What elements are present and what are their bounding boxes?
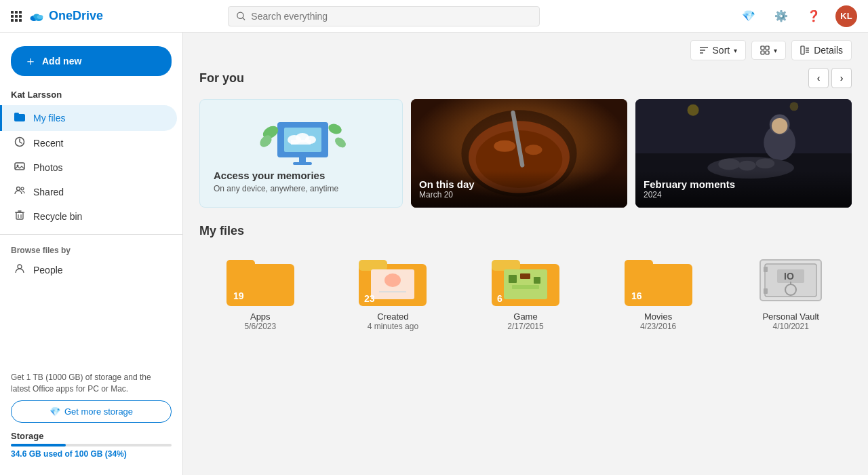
svg-rect-22 — [761, 46, 764, 50]
svg-point-59 — [772, 118, 787, 134]
for-you-card-0[interactable]: Access your memories On any device, anyw… — [199, 99, 403, 208]
topbar-actions: 💎 ⚙️ ❓ KL — [738, 5, 857, 27]
for-you-card-overlay-sub: March 20 — [419, 190, 619, 200]
memories-illustration — [240, 109, 362, 170]
avatar-initials: KL — [840, 11, 852, 21]
sidebar-item-photos[interactable]: Photos — [0, 155, 177, 180]
file-card-apps[interactable]: 19 Apps 5/6/2023 — [199, 249, 321, 337]
sidebar-item-my-files[interactable]: My files — [0, 105, 177, 131]
get-more-storage-button[interactable]: 💎 Get more storage — [11, 400, 172, 423]
file-card-game[interactable]: 6 Game 2/17/2015 — [465, 249, 587, 337]
storage-bar-background — [11, 444, 172, 446]
sidebar-item-recycle-bin[interactable]: Recycle bin — [0, 204, 177, 229]
file-card-vault[interactable]: IO Personal Vault 4/10/2021 — [730, 249, 852, 337]
search-icon — [237, 12, 245, 21]
svg-rect-75 — [512, 285, 539, 289]
details-button[interactable]: Details — [791, 40, 852, 60]
photos-icon — [13, 161, 26, 174]
files-grid: 19 Apps 5/6/2023 — [199, 249, 852, 337]
main-layout: ＋ Add new Kat Larsson My files Recent Ph… — [0, 33, 868, 475]
waffle-menu-icon[interactable] — [11, 11, 22, 22]
people-icon — [13, 263, 26, 277]
svg-point-56 — [756, 158, 775, 168]
svg-rect-87 — [764, 288, 768, 294]
sidebar-item-label: Photos — [33, 162, 63, 173]
sidebar-item-shared[interactable]: Shared — [0, 180, 177, 204]
sort-button[interactable]: Sort ▾ — [690, 40, 747, 60]
svg-rect-25 — [766, 51, 769, 54]
sidebar-item-label: Shared — [33, 187, 64, 197]
folder-svg-movies: 16 — [625, 254, 692, 306]
file-name-game: Game — [513, 311, 537, 322]
next-arrow[interactable]: › — [831, 68, 852, 88]
details-label: Details — [814, 45, 843, 56]
my-files-title: My files — [199, 224, 244, 238]
storage-promo-text: Get 1 TB (1000 GB) of storage and the la… — [11, 372, 172, 395]
svg-rect-23 — [766, 46, 769, 50]
get-more-label: Get more storage — [64, 406, 133, 417]
svg-point-54 — [718, 158, 740, 170]
add-new-button[interactable]: ＋ Add new — [11, 46, 172, 76]
file-name-apps: Apps — [250, 311, 271, 322]
for-you-card-1[interactable]: On this day March 20 — [411, 99, 627, 208]
file-name-vault: Personal Vault — [762, 311, 819, 322]
svg-text:23: 23 — [364, 293, 375, 304]
folder-icon-movies: 16 — [625, 254, 692, 306]
svg-rect-37 — [293, 162, 312, 165]
for-you-nav-arrows: ‹ › — [808, 68, 852, 88]
sidebar-item-label: People — [33, 265, 63, 276]
for-you-card-overlay-title-2: February moments — [644, 178, 844, 190]
folder-icon-apps: 19 — [226, 254, 294, 306]
svg-point-3 — [37, 15, 43, 19]
svg-point-46 — [494, 140, 515, 152]
svg-point-55 — [738, 161, 756, 171]
search-bar[interactable] — [228, 6, 540, 26]
help-icon[interactable]: ❓ — [803, 5, 825, 27]
svg-text:16: 16 — [631, 290, 642, 301]
content-toolbar: Sort ▾ ▾ Details — [183, 33, 868, 68]
sidebar-item-people[interactable]: People — [0, 258, 177, 282]
for-you-card-overlay-1: On this day March 20 — [411, 170, 627, 208]
diamond-icon: 💎 — [50, 406, 60, 417]
file-card-created[interactable]: 23 Created 4 minutes ago — [332, 249, 454, 337]
avatar[interactable]: KL — [835, 5, 857, 27]
for-you-card-title: Access your memories — [214, 170, 389, 181]
sidebar-divider — [0, 234, 182, 235]
for-you-header: For you ‹ › — [199, 68, 852, 88]
file-card-movies[interactable]: 16 Movies 4/23/2016 — [597, 249, 719, 337]
view-button[interactable]: ▾ — [751, 41, 786, 60]
for-you-card-2[interactable]: February moments 2024 — [635, 99, 852, 208]
sidebar-item-label: My files — [33, 113, 65, 124]
shared-icon — [13, 185, 26, 199]
for-you-card-overlay-title: On this day — [419, 178, 619, 190]
svg-rect-86 — [764, 267, 768, 272]
premium-icon[interactable]: 💎 — [738, 5, 760, 27]
file-date-game: 2/17/2015 — [507, 322, 543, 331]
svg-rect-35 — [291, 140, 311, 145]
svg-rect-36 — [299, 157, 306, 163]
search-input[interactable] — [251, 11, 531, 22]
sidebar-item-recent[interactable]: Recent — [0, 131, 177, 155]
svg-point-47 — [525, 145, 542, 155]
storage-section: Get 1 TB (1000 GB) of storage and the la… — [0, 364, 182, 467]
svg-point-40 — [327, 122, 343, 136]
browse-section-title: Browse files by — [0, 240, 182, 258]
for-you-card-overlay-sub-2: 2024 — [644, 190, 844, 200]
app-title: OneDrive — [49, 9, 103, 23]
sidebar: ＋ Add new Kat Larsson My files Recent Ph… — [0, 33, 183, 475]
storage-total: 100 GB — [75, 449, 102, 459]
settings-icon[interactable]: ⚙️ — [770, 5, 792, 27]
add-new-label: Add new — [42, 56, 81, 66]
svg-point-57 — [688, 104, 699, 116]
view-chevron-icon: ▾ — [774, 47, 777, 54]
svg-rect-26 — [801, 46, 804, 54]
app-logo: OneDrive — [30, 9, 125, 23]
storage-bar-fill — [11, 444, 66, 446]
onedrive-logo-icon — [30, 10, 43, 23]
sort-label: Sort — [713, 45, 730, 56]
svg-point-18 — [18, 265, 22, 269]
svg-rect-78 — [625, 260, 653, 271]
prev-arrow[interactable]: ‹ — [808, 68, 829, 88]
sort-chevron-icon: ▾ — [734, 47, 737, 54]
recent-icon — [13, 136, 26, 150]
